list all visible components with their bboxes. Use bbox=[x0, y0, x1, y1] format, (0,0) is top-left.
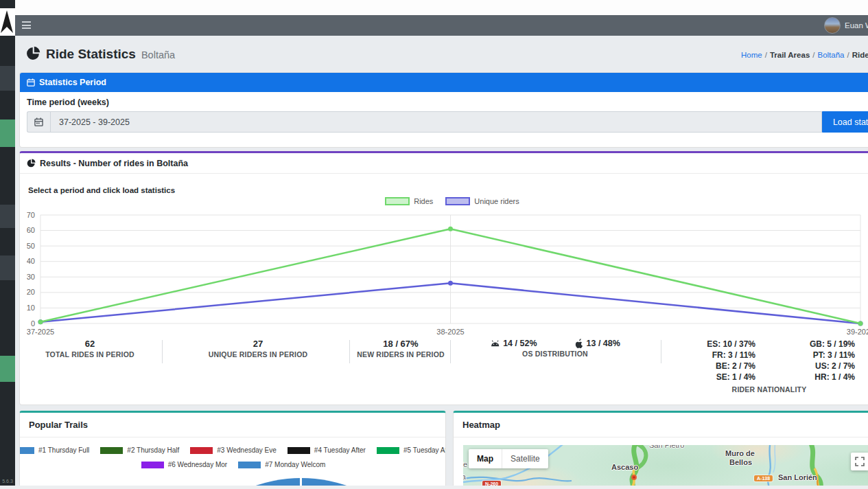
nationality-entry: HR: 1 / 4% bbox=[766, 372, 855, 383]
map-label-muro-de-2: Bellos bbox=[729, 458, 752, 466]
legend-item[interactable]: Unique riders bbox=[445, 197, 519, 205]
pie-legend-item[interactable]: #6 Wednesday Mor bbox=[141, 461, 228, 468]
statistics-period-header: Statistics Period bbox=[20, 73, 868, 92]
map-label-san-lorien: San Lorién bbox=[778, 473, 817, 481]
stat-divider bbox=[450, 340, 451, 363]
app-logo[interactable] bbox=[0, 8, 15, 36]
breadcrumb: Home/Trail Areas/Boltaña/Ride Statistics bbox=[741, 51, 868, 59]
breadcrumb-item[interactable]: Home bbox=[741, 51, 762, 59]
svg-text:0: 0 bbox=[31, 319, 35, 328]
legend-item[interactable]: Rides bbox=[385, 197, 433, 205]
os-android-value: 14 / 52% bbox=[503, 339, 537, 348]
calendar-icon bbox=[34, 117, 43, 126]
apple-icon bbox=[576, 339, 584, 348]
page-header: Ride Statistics Boltaña bbox=[26, 44, 175, 62]
nationality-entry: US: 2 / 7% bbox=[766, 361, 855, 372]
breadcrumb-item: Trail Areas bbox=[770, 51, 810, 59]
stat-label: NEW RIDERS IN PERIOD bbox=[357, 350, 445, 359]
nationality-label: RIDER NATIONALITY bbox=[732, 385, 807, 394]
window-top-strip bbox=[15, 0, 868, 15]
road-badge-a138: A-138 bbox=[754, 475, 773, 481]
page-title: Ride Statistics bbox=[46, 47, 136, 62]
sidebar-item-1[interactable] bbox=[0, 66, 15, 91]
pie-legend-item[interactable]: #5 Tuesday After bbox=[377, 446, 446, 454]
breadcrumb-separator: / bbox=[847, 51, 849, 59]
stat-label: TOTAL RIDES IN PERIOD bbox=[45, 350, 134, 359]
legend-label: Rides bbox=[414, 197, 433, 205]
results-title: Results - Number of rides in Boltaña bbox=[40, 159, 188, 168]
pie-legend-item[interactable]: #2 Thursday Half bbox=[100, 446, 179, 454]
satellite-button[interactable]: Satellite bbox=[502, 449, 548, 468]
legend-swatch bbox=[141, 462, 164, 468]
legend-label: #5 Tuesday After bbox=[403, 446, 446, 454]
results-header: Results - Number of rides in Boltaña bbox=[20, 153, 868, 174]
legend-label: #1 Thursday Full bbox=[38, 446, 89, 454]
svg-text:39-2025: 39-2025 bbox=[847, 328, 868, 336]
svg-text:20: 20 bbox=[27, 288, 35, 296]
top-navbar: Euan Wi bbox=[15, 15, 868, 36]
breadcrumb-separator: / bbox=[765, 51, 767, 59]
pie-legend-item[interactable]: #3 Wednesday Eve bbox=[190, 446, 277, 454]
user-menu[interactable]: Euan Wi bbox=[824, 17, 868, 34]
fullscreen-icon bbox=[855, 457, 865, 466]
fullscreen-button[interactable] bbox=[851, 453, 868, 470]
svg-text:10: 10 bbox=[27, 304, 35, 312]
svg-text:40: 40 bbox=[27, 257, 35, 265]
map-label-san-pietro: San Pietro bbox=[649, 445, 684, 449]
time-period-label: Time period (weeks) bbox=[27, 98, 109, 107]
sidebar-item-4[interactable] bbox=[0, 255, 15, 280]
legend-label: #7 Monday Welcom bbox=[265, 461, 325, 468]
user-name: Euan Wi bbox=[845, 21, 868, 30]
calendar-picker-button[interactable] bbox=[27, 111, 50, 133]
pie-legend-item[interactable]: #1 Thursday Full bbox=[19, 446, 89, 454]
sidebar-item-5[interactable] bbox=[0, 356, 15, 382]
nationality-column-1: ES: 10 / 37%FR: 3 / 11%BE: 2 / 7%SE: 1 /… bbox=[666, 339, 755, 383]
svg-text:38-2025: 38-2025 bbox=[436, 328, 464, 336]
map-label-muro-de-1: Muro de bbox=[725, 449, 755, 457]
load-statistics-button[interactable]: Load statistics bbox=[822, 111, 868, 133]
time-period-input[interactable] bbox=[50, 111, 822, 133]
pie-legend-row-2: #6 Wednesday Mor#7 Monday Welcom bbox=[20, 461, 446, 468]
pie-chart-icon bbox=[27, 159, 36, 168]
sidebar-item-3[interactable] bbox=[0, 205, 15, 228]
nationality-entry: SE: 1 / 4% bbox=[666, 372, 755, 383]
statistics-period-card: Statistics Period Time period (weeks) Lo… bbox=[19, 72, 868, 148]
popular-trails-header: Popular Trails bbox=[20, 413, 445, 437]
map-button[interactable]: Map bbox=[469, 449, 502, 468]
stat-os-distribution: 14 / 52% 13 / 48% OS DISTRIBUTION bbox=[490, 339, 620, 358]
stat-new-riders: 18 / 67% NEW RIDERS IN PERIOD bbox=[357, 339, 445, 359]
pie-legend-item[interactable]: #4 Tuesday After bbox=[288, 446, 366, 454]
nationality-entry: ES: 10 / 37% bbox=[666, 339, 755, 350]
hamburger-menu-icon[interactable] bbox=[22, 21, 32, 30]
collapsed-sidebar: 5.6.3 bbox=[0, 0, 15, 489]
svg-text:70: 70 bbox=[27, 211, 35, 219]
time-period-input-group: Load statistics bbox=[27, 111, 868, 133]
legend-label: #3 Wednesday Eve bbox=[217, 446, 277, 454]
stat-label: OS DISTRIBUTION bbox=[490, 350, 620, 358]
nationality-entry: FR: 3 / 11% bbox=[666, 350, 755, 361]
pie-chart-icon bbox=[26, 46, 40, 60]
calendar-icon bbox=[27, 78, 35, 87]
heatmap-map[interactable]: San Pietro Muro de Bellos Ascaso San Lor… bbox=[463, 445, 868, 486]
os-apple: 13 / 48% bbox=[576, 339, 620, 348]
stat-unique-riders: 27 UNIQUE RIDERS IN PERIOD bbox=[209, 339, 308, 359]
legend-label: #6 Wednesday Mor bbox=[168, 461, 228, 468]
os-android: 14 / 52% bbox=[490, 339, 537, 348]
breadcrumb-item[interactable]: Boltaña bbox=[817, 51, 844, 59]
arrow-logo-icon bbox=[1, 10, 14, 34]
heatmap-header: Heatmap bbox=[454, 413, 868, 437]
line-chart-svg: 01020304050607037-202538-202539-2025 bbox=[27, 208, 868, 343]
legend-swatch bbox=[19, 447, 34, 454]
pie-legend-item[interactable]: #7 Monday Welcom bbox=[238, 461, 325, 468]
stat-divider bbox=[661, 340, 661, 363]
sidebar-item-2[interactable] bbox=[0, 120, 15, 147]
os-apple-value: 13 / 48% bbox=[587, 339, 620, 348]
legend-swatch bbox=[377, 447, 399, 454]
svg-text:60: 60 bbox=[27, 226, 35, 234]
page-subtitle: Boltaña bbox=[141, 49, 175, 60]
results-hint: Select a period and click load statistic… bbox=[28, 186, 175, 194]
map-label-ascaso: Ascaso bbox=[611, 463, 638, 471]
stat-value: 18 / 67% bbox=[357, 339, 445, 349]
legend-swatch bbox=[385, 197, 410, 205]
pie-legend-row-1: #1 Thursday Full#2 Thursday Half#3 Wedne… bbox=[20, 446, 446, 454]
